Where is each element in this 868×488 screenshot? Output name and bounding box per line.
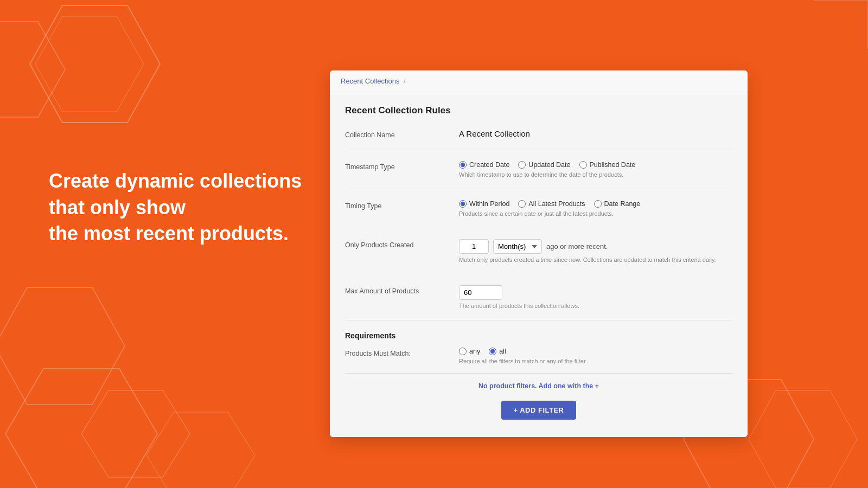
timestamp-radio-updated[interactable]: [518, 161, 526, 169]
only-products-value: Day(s) Week(s) Month(s) Year(s) ago or m…: [459, 239, 732, 263]
timing-label-within: Within Period: [469, 200, 509, 208]
svg-marker-9: [814, 0, 868, 49]
products-must-match-value: any all Require all the filters to match…: [459, 348, 732, 364]
timing-hint: Products since a certain date or just al…: [459, 210, 732, 217]
form-panel: Recent Collection Rules Collection Name …: [330, 92, 748, 437]
breadcrumb-link[interactable]: Recent Collections: [341, 77, 399, 85]
svg-marker-1: [35, 16, 144, 112]
match-option-all[interactable]: all: [489, 348, 506, 355]
timing-option-within[interactable]: Within Period: [459, 200, 509, 208]
timing-option-all[interactable]: All Latest Products: [518, 200, 585, 208]
match-label-any: any: [469, 348, 480, 355]
timestamp-type-row: Timestamp Type Created Date Updated Date…: [345, 161, 732, 189]
match-option-any[interactable]: any: [459, 348, 480, 355]
max-amount-hint: The amount of products this collection a…: [459, 303, 732, 309]
match-radio-group: any all: [459, 348, 732, 355]
timestamp-hint: Which timestamp to use to determine the …: [459, 171, 732, 178]
timestamp-label-published: Published Date: [590, 161, 636, 169]
max-amount-input[interactable]: [459, 285, 502, 300]
timing-option-range[interactable]: Date Range: [594, 200, 641, 208]
max-amount-label: Max Amount of Products: [345, 285, 459, 295]
requirements-section: Requirements Products Must Match: any al…: [345, 331, 732, 364]
timing-type-value: Within Period All Latest Products Date R…: [459, 200, 732, 217]
svg-marker-5: [81, 390, 190, 477]
no-filters-message: No product filters. Add one with the +: [345, 382, 732, 390]
collection-name-value: A Recent Collection: [459, 129, 732, 138]
collection-name-row: Collection Name A Recent Collection: [345, 129, 732, 150]
breadcrumb-separator: /: [404, 77, 406, 85]
timestamp-option-published[interactable]: Published Date: [579, 161, 636, 169]
match-hint: Require all the filters to match or any …: [459, 358, 732, 364]
timing-radio-all[interactable]: [518, 200, 526, 208]
svg-marker-8: [749, 390, 857, 488]
timestamp-type-value: Created Date Updated Date Published Date…: [459, 161, 732, 178]
svg-marker-4: [5, 369, 157, 488]
products-must-match-row: Products Must Match: any all Require all…: [345, 348, 732, 364]
timing-label-all: All Latest Products: [528, 200, 585, 208]
breadcrumb-bar: Recent Collections /: [330, 70, 748, 92]
add-filter-button[interactable]: + ADD FILTER: [501, 401, 576, 420]
timestamp-option-created[interactable]: Created Date: [459, 161, 509, 169]
max-amount-value: The amount of products this collection a…: [459, 285, 732, 309]
match-radio-all[interactable]: [489, 348, 496, 355]
timestamp-type-label: Timestamp Type: [345, 161, 459, 171]
only-products-row: Only Products Created Day(s) Week(s) Mon…: [345, 239, 732, 274]
svg-marker-0: [30, 5, 160, 123]
products-must-match-label: Products Must Match:: [345, 348, 459, 357]
opc-period-select[interactable]: Day(s) Week(s) Month(s) Year(s): [493, 239, 542, 254]
no-filters-text: No product filters. Add one with the: [478, 382, 593, 390]
timestamp-label-updated: Updated Date: [528, 161, 570, 169]
match-label-all: all: [499, 348, 506, 355]
opc-inputs: Day(s) Week(s) Month(s) Year(s) ago or m…: [459, 239, 732, 254]
collection-name-label: Collection Name: [345, 129, 459, 139]
hero-text: Create dynamic collections that only sho…: [49, 168, 302, 247]
timing-label-range: Date Range: [604, 200, 641, 208]
opc-number-input[interactable]: [459, 239, 489, 254]
timing-radio-range[interactable]: [594, 200, 602, 208]
timing-radio-within[interactable]: [459, 200, 467, 208]
form-title: Recent Collection Rules: [345, 105, 732, 116]
svg-marker-3: [0, 287, 125, 404]
svg-marker-6: [146, 412, 255, 488]
timestamp-option-updated[interactable]: Updated Date: [518, 161, 570, 169]
svg-marker-2: [0, 22, 65, 117]
opc-suffix: ago or more recent.: [546, 242, 608, 251]
timestamp-label-created: Created Date: [469, 161, 509, 169]
max-amount-row: Max Amount of Products The amount of pro…: [345, 285, 732, 320]
only-products-label: Only Products Created: [345, 239, 459, 249]
timestamp-radio-created[interactable]: [459, 161, 467, 169]
match-radio-any[interactable]: [459, 348, 467, 355]
timestamp-radio-group: Created Date Updated Date Published Date: [459, 161, 732, 169]
timing-type-row: Timing Type Within Period All Latest Pro…: [345, 200, 732, 228]
divider: [345, 373, 732, 374]
main-panel: Recent Collections / Recent Collection R…: [330, 70, 748, 437]
timing-radio-group: Within Period All Latest Products Date R…: [459, 200, 732, 208]
timing-type-label: Timing Type: [345, 200, 459, 210]
requirements-title: Requirements: [345, 331, 732, 340]
no-filters-icon: +: [595, 382, 599, 390]
opc-hint: Match only products created a time since…: [459, 256, 732, 263]
timestamp-radio-published[interactable]: [579, 161, 587, 169]
